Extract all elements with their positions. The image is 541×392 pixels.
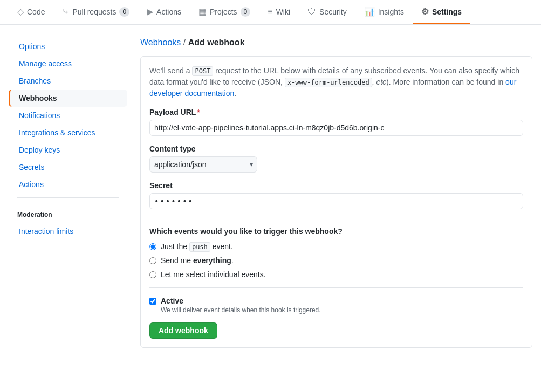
security-icon: 🛡	[307, 7, 316, 17]
nav-wiki-label: Wiki	[276, 8, 290, 16]
content-type-select-wrapper: application/json application/x-www-form-…	[149, 156, 257, 173]
nav-settings[interactable]: ⚙ Settings	[413, 0, 470, 24]
nav-insights[interactable]: 📊 Insights	[355, 0, 413, 24]
nav-code-label: Code	[27, 8, 45, 16]
nav-projects[interactable]: ▦ Projects 0	[190, 0, 259, 24]
nav-pull-requests-label: Pull requests	[72, 8, 116, 16]
intro-paragraph: We'll send a POST request to the URL bel…	[149, 65, 523, 99]
section-divider	[141, 218, 532, 218]
events-label: Which events would you like to trigger t…	[149, 227, 523, 236]
events-group: Which events would you like to trigger t…	[149, 227, 523, 279]
payload-url-group: Payload URL*	[149, 108, 523, 136]
breadcrumb: Webhooks / Add webhook	[140, 38, 532, 47]
form-urlencoded-code: x-www-form-urlencoded	[285, 78, 372, 87]
content-type-group: Content type application/json applicatio…	[149, 145, 523, 173]
sidebar-item-options[interactable]: Options	[9, 38, 127, 55]
active-section: Active We will deliver event details whe…	[149, 287, 523, 339]
active-label-group: Active We will deliver event details whe…	[161, 297, 321, 314]
active-checkbox[interactable]	[149, 298, 156, 305]
radio-push-label: Just the push event.	[161, 242, 233, 251]
top-navigation: ◇ Code ⤷ Pull requests 0 ▶ Actions ▦ Pro…	[0, 0, 541, 25]
nav-security[interactable]: 🛡 Security	[299, 0, 355, 24]
pull-request-icon: ⤷	[62, 6, 69, 17]
projects-icon: ▦	[198, 6, 207, 17]
radio-push-event[interactable]: Just the push event.	[149, 242, 523, 251]
radio-individual-input[interactable]	[149, 271, 156, 278]
nav-wiki[interactable]: ≡ Wiki	[259, 0, 299, 24]
code-icon: ◇	[17, 6, 24, 17]
wiki-icon: ≡	[268, 7, 272, 17]
secret-group: Secret	[149, 181, 523, 209]
active-description: We will deliver event details when this …	[161, 306, 321, 314]
radio-everything-label: Send me everything.	[161, 256, 234, 265]
sidebar-item-interaction-limits[interactable]: Interaction limits	[9, 223, 127, 240]
radio-individual-label: Let me select individual events.	[161, 270, 266, 279]
sidebar-item-deploy-keys[interactable]: Deploy keys	[9, 141, 127, 159]
nav-security-label: Security	[319, 8, 347, 16]
nav-actions-label: Actions	[156, 8, 181, 16]
settings-icon: ⚙	[421, 6, 429, 17]
secret-input[interactable]	[149, 193, 523, 209]
sidebar: Options Manage access Branches Webhooks …	[9, 38, 127, 348]
page-layout: Options Manage access Branches Webhooks …	[0, 25, 541, 361]
actions-icon: ▶	[147, 6, 153, 17]
active-checkbox-item: Active We will deliver event details whe…	[149, 297, 523, 314]
moderation-section-header: Moderation	[9, 202, 127, 223]
radio-push-input[interactable]	[149, 243, 156, 250]
nav-actions[interactable]: ▶ Actions	[138, 0, 190, 24]
radio-group-events: Just the push event. Send me everything.…	[149, 242, 523, 279]
payload-url-input[interactable]	[149, 120, 523, 136]
sidebar-divider	[17, 197, 119, 198]
radio-everything-input[interactable]	[149, 257, 156, 264]
required-star: *	[197, 108, 200, 116]
secret-label: Secret	[149, 181, 523, 190]
content-type-select[interactable]: application/json application/x-www-form-…	[149, 156, 257, 173]
nav-projects-label: Projects	[210, 8, 237, 16]
nav-pull-requests[interactable]: ⤷ Pull requests 0	[53, 0, 138, 24]
sidebar-item-notifications[interactable]: Notifications	[9, 107, 127, 124]
nav-code[interactable]: ◇ Code	[9, 0, 53, 24]
nav-settings-label: Settings	[432, 8, 462, 16]
content-type-label: Content type	[149, 145, 523, 153]
webhook-form-container: We'll send a POST request to the URL bel…	[140, 56, 532, 348]
sidebar-item-integrations[interactable]: Integrations & services	[9, 124, 127, 141]
post-code: POST	[192, 66, 213, 76]
payload-url-label: Payload URL*	[149, 108, 523, 116]
projects-badge: 0	[241, 7, 251, 17]
sidebar-item-webhooks[interactable]: Webhooks	[9, 90, 127, 107]
sidebar-item-actions[interactable]: Actions	[9, 176, 127, 193]
sidebar-item-secrets[interactable]: Secrets	[9, 159, 127, 176]
radio-everything[interactable]: Send me everything.	[149, 256, 523, 265]
breadcrumb-separator: /	[183, 38, 188, 47]
push-code: push	[189, 242, 210, 252]
breadcrumb-parent[interactable]: Webhooks	[140, 38, 181, 47]
active-label[interactable]: Active	[161, 297, 183, 305]
main-content: Webhooks / Add webhook We'll send a POST…	[140, 38, 532, 348]
sidebar-item-manage-access[interactable]: Manage access	[9, 55, 127, 72]
nav-insights-label: Insights	[378, 8, 404, 16]
pull-requests-badge: 0	[119, 7, 129, 17]
radio-individual[interactable]: Let me select individual events.	[149, 270, 523, 279]
add-webhook-button[interactable]: Add webhook	[149, 322, 217, 339]
sidebar-item-branches[interactable]: Branches	[9, 72, 127, 90]
breadcrumb-current: Add webhook	[188, 38, 245, 47]
insights-icon: 📊	[364, 6, 375, 17]
